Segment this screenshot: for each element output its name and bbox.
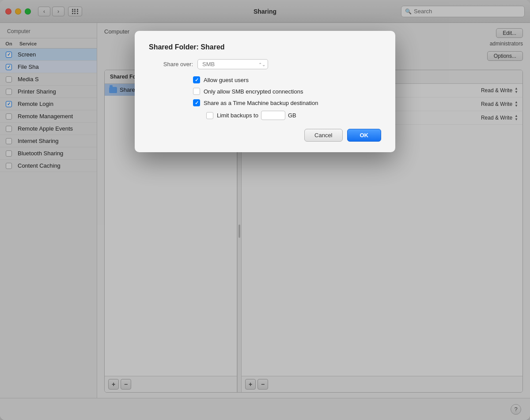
- limit-backups-checkbox[interactable]: [206, 112, 213, 119]
- share-time-machine-checkbox[interactable]: [193, 99, 200, 106]
- share-over-row: Share over: SMB AFP NFS ⌃⌄: [149, 59, 381, 69]
- only-smb-encrypted-row: Only allow SMB encrypted connections: [193, 88, 381, 95]
- limit-backups-label: Limit backups to: [217, 112, 258, 119]
- share-over-select[interactable]: SMB AFP NFS: [197, 59, 268, 69]
- only-smb-encrypted-checkbox[interactable]: [193, 88, 200, 95]
- modal-dialog: Shared Folder: Shared Share over: SMB AF…: [135, 31, 395, 152]
- allow-guest-users-checkbox[interactable]: [193, 76, 200, 83]
- share-over-label: Share over:: [149, 61, 193, 68]
- allow-guest-users-label: Allow guest users: [204, 77, 249, 83]
- share-over-select-wrap: SMB AFP NFS ⌃⌄: [197, 59, 268, 69]
- share-time-machine-label: Share as a Time Machine backup destinati…: [204, 100, 318, 106]
- only-smb-encrypted-label: Only allow SMB encrypted connections: [204, 88, 303, 95]
- share-time-machine-row: Share as a Time Machine backup destinati…: [193, 99, 381, 106]
- gb-label: GB: [288, 112, 296, 119]
- modal-overlay: Shared Folder: Shared Share over: SMB AF…: [0, 0, 530, 420]
- allow-guest-users-row: Allow guest users: [193, 76, 381, 83]
- modal-buttons: Cancel OK: [149, 129, 381, 142]
- ok-button[interactable]: OK: [347, 129, 382, 142]
- limit-backups-row: Limit backups to GB: [206, 111, 381, 120]
- modal-title: Shared Folder: Shared: [149, 43, 381, 51]
- limit-backups-input[interactable]: [261, 111, 285, 120]
- cancel-button[interactable]: Cancel: [304, 129, 342, 142]
